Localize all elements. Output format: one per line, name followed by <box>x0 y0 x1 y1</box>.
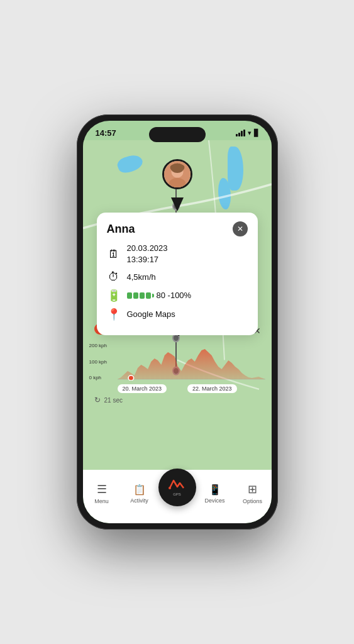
speed-chart: 200 kph 100 kph 0 kph <box>89 343 265 380</box>
pin-tail <box>171 197 184 211</box>
popup-close-button[interactable]: ✕ <box>233 221 248 236</box>
chart-labels: 200 kph 100 kph 0 kph <box>89 343 107 380</box>
popup-title: Anna <box>107 223 135 236</box>
popup-datetime: 20.03.2023 13:39:17 <box>127 243 168 265</box>
options-icon: ⊞ <box>248 482 257 496</box>
popup-maps: Google Maps <box>127 309 175 320</box>
nav-item-menu[interactable]: ☰ Menu <box>83 482 121 504</box>
popup-battery: 80 -100% <box>157 290 192 301</box>
nav-label-activity: Activity <box>130 497 148 504</box>
nav-label-options: Options <box>243 498 262 504</box>
info-popup: Anna ✕ 🗓 20.03.2023 13:39:17 ⏱ 4,5km/h <box>97 213 258 335</box>
chart-label-max: 200 kph <box>89 343 107 348</box>
status-icons: ▾ ▊ <box>236 129 259 137</box>
location-pin[interactable] <box>161 159 194 200</box>
nav-item-paj[interactable]: GPS <box>158 469 196 506</box>
phone-screen: 14:57 ▾ ▊ <box>83 121 272 523</box>
menu-icon: ☰ <box>97 482 107 496</box>
avatar <box>162 159 192 189</box>
refresh-icon: ↻ <box>94 396 101 404</box>
pin-shape <box>161 159 194 200</box>
date-end: 22. March 2023 <box>187 384 237 393</box>
battery-icon: ▊ <box>254 129 259 137</box>
dynamic-island <box>149 127 206 142</box>
battery-status-icon: 🔋 <box>107 289 121 303</box>
nav-label-menu: Menu <box>94 498 109 504</box>
avatar-image <box>164 161 191 187</box>
popup-time: 13:39:17 <box>127 254 168 265</box>
nav-item-activity[interactable]: 📋 Activity <box>121 484 158 504</box>
popup-header: Anna ✕ <box>107 221 248 236</box>
calendar-icon: 🗓 <box>107 248 121 261</box>
maps-icon: 📍 <box>107 308 121 321</box>
battery-bar <box>127 292 154 299</box>
speed-icon: ⏱ <box>107 270 121 284</box>
svg-point-11 <box>128 375 134 380</box>
paj-logo <box>169 478 186 492</box>
chart-svg-wrapper <box>118 343 265 380</box>
popup-battery-row: 🔋 80 -100% <box>107 289 248 303</box>
nav-item-options[interactable]: ⊞ Options <box>234 482 272 504</box>
devices-icon: 📱 <box>209 484 221 496</box>
wifi-icon: ▾ <box>248 129 252 137</box>
svg-point-12 <box>169 487 171 489</box>
date-range: 20. March 2023 22. March 2023 <box>118 384 237 393</box>
popup-date: 20.03.2023 <box>127 243 168 254</box>
chart-label-mid: 100 kph <box>89 359 107 365</box>
map-area[interactable]: Anna ✕ 🗓 20.03.2023 13:39:17 ⏱ 4,5km/h <box>83 140 272 470</box>
nav-label-devices: Devices <box>204 497 224 504</box>
refresh-row: ↻ 21 sec <box>89 396 265 404</box>
bottom-nav: ☰ Menu 📋 Activity GPS 📱 <box>83 470 272 523</box>
refresh-interval: 21 sec <box>104 397 123 404</box>
chart-label-zero: 0 kph <box>89 375 107 380</box>
signal-icon <box>236 130 245 136</box>
popup-datetime-row: 🗓 20.03.2023 13:39:17 <box>107 243 248 265</box>
nav-item-devices[interactable]: 📱 Devices <box>196 484 234 504</box>
activity-icon: 📋 <box>133 484 146 496</box>
phone-frame: 14:57 ▾ ▊ <box>77 114 278 530</box>
popup-speed: 4,5km/h <box>127 272 156 283</box>
date-start: 20. March 2023 <box>118 384 167 393</box>
paj-sub-label: GPS <box>173 492 181 496</box>
status-time: 14:57 <box>96 128 116 138</box>
popup-speed-row: ⏱ 4,5km/h <box>107 270 248 284</box>
popup-maps-row: 📍 Google Maps <box>107 308 248 321</box>
